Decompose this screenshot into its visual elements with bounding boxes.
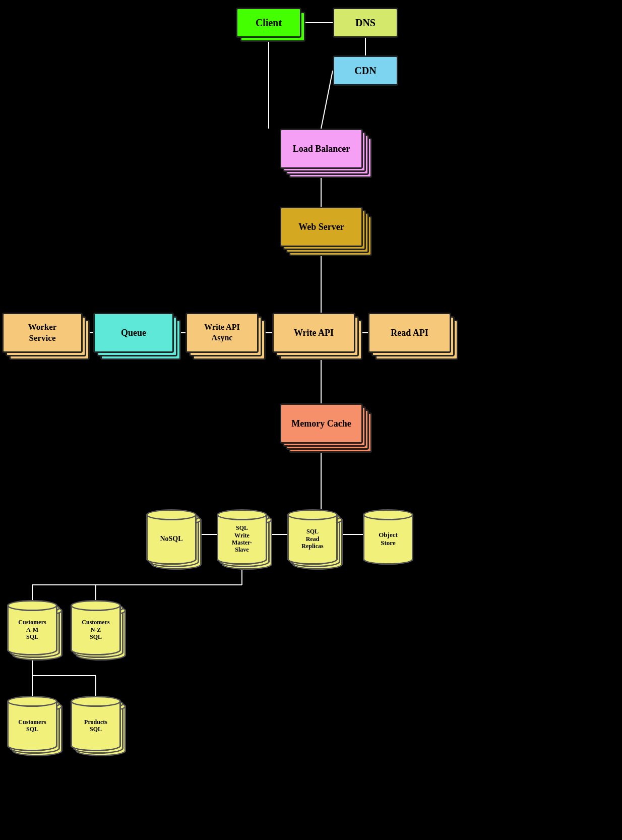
dns-stack: DNS — [333, 8, 398, 38]
client-stack: Client — [236, 8, 301, 38]
read-api-stack: Read API — [368, 313, 451, 353]
read-api-card[interactable]: Read API — [368, 313, 451, 353]
worker-service-stack: WorkerService — [2, 313, 83, 353]
cdn-stack: CDN — [333, 55, 398, 86]
svg-line-3 — [321, 71, 333, 129]
write-api-card[interactable]: Write API — [272, 313, 355, 353]
memory-cache-stack: Memory Cache — [280, 403, 363, 444]
load-balancer-card[interactable]: Load Balancer — [280, 129, 363, 169]
write-api-async-card[interactable]: Write APIAsync — [185, 313, 259, 353]
write-api-async-stack: Write APIAsync — [185, 313, 259, 353]
web-server-stack: Web Server — [280, 207, 363, 247]
queue-stack: Queue — [93, 313, 174, 353]
dns-card[interactable]: DNS — [333, 8, 398, 38]
web-server-card[interactable]: Web Server — [280, 207, 363, 247]
worker-service-card[interactable]: WorkerService — [2, 313, 83, 353]
cdn-card[interactable]: CDN — [333, 55, 398, 86]
write-api-stack: Write API — [272, 313, 355, 353]
memory-cache-card[interactable]: Memory Cache — [280, 403, 363, 444]
client-card[interactable]: Client — [236, 8, 301, 38]
load-balancer-stack: Load Balancer — [280, 129, 363, 169]
queue-card[interactable]: Queue — [93, 313, 174, 353]
